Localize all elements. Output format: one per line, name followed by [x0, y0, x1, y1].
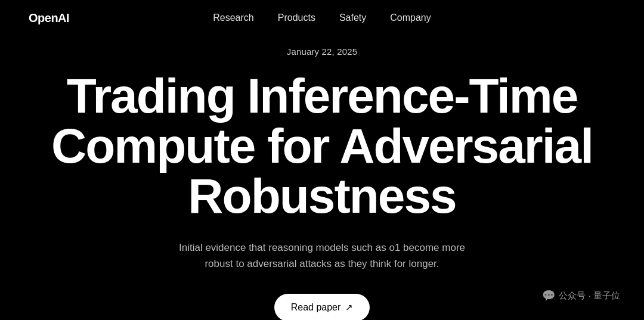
- nav-item-safety[interactable]: Safety: [339, 13, 366, 23]
- hero-section: January 22, 2025 Trading Inference-Time …: [0, 36, 644, 320]
- hero-title: Trading Inference-Time Compute for Adver…: [48, 71, 596, 220]
- nav-link-company[interactable]: Company: [390, 13, 431, 23]
- navbar: OpenAI Research Products Safety Company: [0, 0, 644, 36]
- nav-item-company[interactable]: Company: [390, 13, 431, 23]
- wechat-icon: 💬: [542, 289, 555, 302]
- nav-item-research[interactable]: Research: [213, 13, 253, 23]
- hero-date: January 22, 2025: [287, 46, 357, 57]
- read-paper-label: Read paper: [291, 302, 341, 313]
- watermark-text: 公众号 · 量子位: [559, 290, 620, 302]
- nav-links: Research Products Safety Company: [213, 13, 431, 23]
- read-paper-button[interactable]: Read paper ↗: [274, 294, 370, 320]
- nav-item-products[interactable]: Products: [278, 13, 315, 23]
- brand-logo[interactable]: OpenAI: [29, 11, 69, 25]
- arrow-icon: ↗: [345, 302, 353, 313]
- nav-link-safety[interactable]: Safety: [339, 13, 366, 23]
- hero-subtitle: Initial evidence that reasoning models s…: [173, 240, 471, 272]
- watermark: 💬 公众号 · 量子位: [542, 289, 620, 302]
- nav-link-products[interactable]: Products: [278, 13, 315, 23]
- nav-link-research[interactable]: Research: [213, 13, 253, 23]
